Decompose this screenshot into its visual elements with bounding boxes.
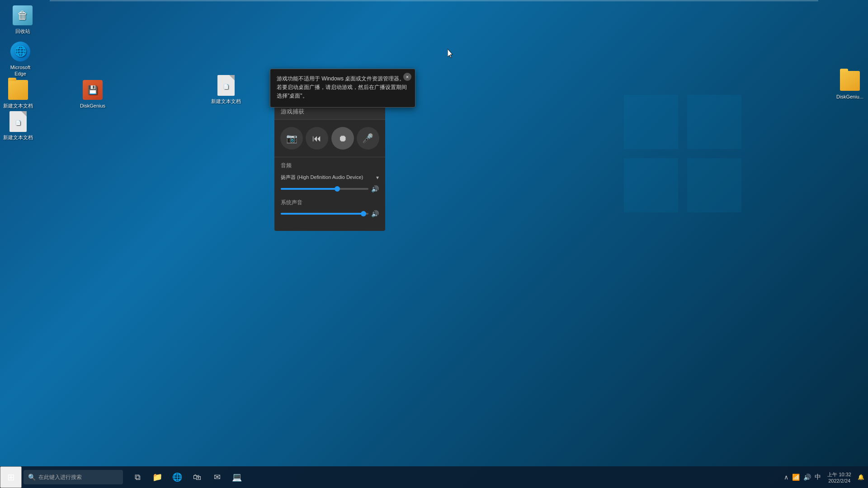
tooltip-close-button[interactable]: × <box>403 73 411 81</box>
desktop-icon-text1[interactable]: 新建文本文档 <box>0 79 36 109</box>
audio-slider-thumb <box>335 186 340 192</box>
audio-device-name: 扬声器 (High Definition Audio Device) <box>281 174 376 181</box>
audio-section: 音频 扬声器 (High Definition Audio Device) ▾ … <box>274 157 385 231</box>
text3-label: 新建文本文档 <box>3 134 33 141</box>
system-clock[interactable]: 上午 10:32 2022/2/24 <box>824 471 855 483</box>
notification-button[interactable]: 🔔 <box>858 474 864 480</box>
record-last-button[interactable]: ⏮ <box>306 127 328 150</box>
search-placeholder: 在此键入进行搜索 <box>38 474 82 481</box>
audio-volume-icon: 🔊 <box>371 185 379 192</box>
diskgenius1-icon: 💾 <box>82 79 104 101</box>
top-bar-line <box>50 0 818 1</box>
system-tray: ∧ 📶 🔊 中 上午 10:32 2022/2/24 🔔 <box>784 471 868 483</box>
system-volume-icon: 🔊 <box>371 210 379 217</box>
game-panel: 游戏捕获 📷 ⏮ ⏺ 🎤 音频 扬声器 (High Definition Aud… <box>274 104 385 231</box>
windows-logo-watermark <box>619 90 746 217</box>
desktop: 🗑 回收站 🌐 MicrosoftEdge 新建文本文档 💾 DiskGeniu… <box>0 0 868 488</box>
system-sound-slider-thumb <box>361 211 366 216</box>
store-button[interactable]: 🛍 <box>188 466 206 488</box>
show-hidden-button[interactable]: ∧ <box>784 474 788 481</box>
wifi-icon: 📶 <box>792 474 800 481</box>
text1-icon <box>7 79 29 101</box>
taskbar: ⊞ 🔍 在此键入进行搜索 ⧉ 📁 🌐 🛍 ✉ 💻 ∧ 📶 🔊 中 上午 10:3… <box>0 466 868 488</box>
recycle-label: 回收站 <box>15 28 30 34</box>
desktop-icon-diskgenius1[interactable]: 💾 DiskGenius <box>75 79 111 109</box>
mail-button[interactable]: ✉ <box>208 466 226 488</box>
screenshot-button[interactable]: 📷 <box>280 127 303 150</box>
edge-taskbar-button[interactable]: 🌐 <box>168 466 186 488</box>
clock-date: 2022/2/24 <box>828 478 850 483</box>
audio-device-row: 扬声器 (High Definition Audio Device) ▾ <box>281 174 379 181</box>
diskgenius2-label: DiskGeniu... <box>836 94 863 100</box>
text2-icon: 📄 <box>215 75 237 96</box>
lang-indicator[interactable]: 中 <box>815 473 821 481</box>
game-tooltip: × 游戏功能不适用于 Windows 桌面或文件资源管理器。若要启动桌面广播，请… <box>270 69 415 108</box>
system-sound-label: 系统声音 <box>281 199 379 206</box>
audio-section-label: 音频 <box>281 162 379 169</box>
desktop-icon-edge[interactable]: 🌐 MicrosoftEdge <box>2 41 38 77</box>
mouse-cursor <box>448 49 453 58</box>
search-icon: 🔍 <box>28 474 36 481</box>
desktop-icon-text3[interactable]: 📄 新建文本文档 <box>0 111 36 141</box>
recycle-icon: 🗑 <box>12 5 33 26</box>
diskgenius1-label: DiskGenius <box>80 103 105 109</box>
file-explorer-button[interactable]: 📁 <box>148 466 166 488</box>
taskbar-pinned-icons: ⧉ 📁 🌐 🛍 ✉ 💻 <box>128 466 246 488</box>
taskbar-search[interactable]: 🔍 在此键入进行搜索 <box>24 470 123 484</box>
desktop-icon-text2[interactable]: 📄 新建文本文档 <box>208 75 244 104</box>
volume-tray-icon[interactable]: 🔊 <box>803 474 811 481</box>
capture-buttons-row: 📷 ⏮ ⏺ 🎤 <box>274 120 385 157</box>
tooltip-text: 游戏功能不适用于 Windows 桌面或文件资源管理器。若要启动桌面广播，请启动… <box>277 75 407 99</box>
audio-slider-row: 🔊 <box>281 185 379 192</box>
diskgenius2-icon <box>839 70 861 92</box>
tray-icons: ∧ 📶 🔊 中 <box>784 473 821 481</box>
text1-label: 新建文本文档 <box>3 103 33 109</box>
text2-label: 新建文本文档 <box>211 98 241 104</box>
start-button[interactable]: ⊞ <box>0 466 22 488</box>
clock-time: 上午 10:32 <box>827 471 851 478</box>
record-button[interactable]: ⏺ <box>331 127 354 150</box>
system-sound-slider-track[interactable] <box>281 213 368 215</box>
mic-button[interactable]: 🎤 <box>357 127 379 150</box>
desktop-icon-recycle[interactable]: 🗑 回收站 <box>5 5 41 34</box>
system-sound-slider-fill <box>281 213 364 215</box>
edge-label: MicrosoftEdge <box>10 64 31 77</box>
audio-slider-fill <box>281 188 338 190</box>
system-sound-slider-row: 🔊 <box>281 210 379 217</box>
powershell-button[interactable]: 💻 <box>228 466 246 488</box>
taskview-button[interactable]: ⧉ <box>128 466 146 488</box>
desktop-icon-diskgenius2[interactable]: DiskGeniu... <box>832 70 868 100</box>
edge-icon: 🌐 <box>9 41 31 62</box>
text3-icon: 📄 <box>7 111 29 132</box>
audio-slider-track[interactable] <box>281 188 368 190</box>
audio-dropdown-arrow[interactable]: ▾ <box>376 174 379 181</box>
